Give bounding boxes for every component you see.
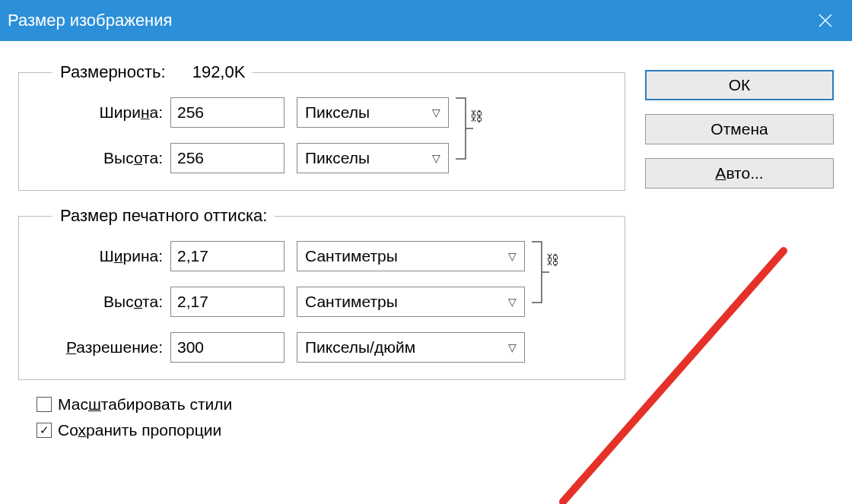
ok-button[interactable]: ОК (645, 70, 834, 100)
print-height-label: Высота: (37, 293, 170, 311)
chevron-down-icon: ▽ (508, 341, 517, 353)
print-width-input[interactable] (170, 241, 285, 271)
auto-button[interactable]: Авто... (645, 158, 834, 189)
resolution-label: Разрешение: (37, 338, 170, 357)
window-title: Размер изображения (8, 11, 172, 30)
chevron-down-icon: ▽ (508, 250, 517, 262)
print-height-input[interactable] (170, 287, 285, 317)
chevron-down-icon: ▽ (508, 296, 517, 308)
width-unit-select[interactable]: Пикселы ▽ (297, 97, 449, 128)
constrain-proportions-label: Сохранить пропорции (58, 421, 221, 439)
link-icon: ⛓ (546, 253, 559, 268)
scale-styles-label: Масштабировать стили (58, 395, 232, 414)
print-size-legend: Размер печатного оттиска: (60, 206, 267, 225)
print-width-unit-select[interactable]: Сантиметры ▽ (297, 241, 525, 271)
constrain-link: ⛓ (449, 82, 494, 173)
constrain-proportions-checkbox[interactable]: ✓ (37, 423, 52, 438)
resolution-unit-select[interactable]: Пикселы/дюйм ▽ (297, 332, 525, 363)
pixel-dimensions-size: 192,0K (192, 62, 246, 82)
close-button[interactable] (799, 0, 852, 41)
print-height-unit-select[interactable]: Сантиметры ▽ (297, 287, 525, 317)
pixel-dimensions-group: Размерность: 192,0K Ширина: Пикселы ▽ (18, 62, 625, 191)
print-size-group: Размер печатного оттиска: Ширина: Сантим… (18, 206, 625, 380)
resolution-input[interactable] (170, 332, 285, 363)
chevron-down-icon: ▽ (432, 152, 440, 164)
pixel-dimensions-legend: Размерность: (60, 62, 166, 82)
scale-styles-checkbox[interactable] (37, 397, 52, 412)
width-input[interactable] (170, 97, 285, 128)
height-label: Высота: (37, 149, 170, 167)
link-icon: ⛓ (470, 109, 483, 125)
print-width-label: Ширина: (37, 247, 170, 265)
height-unit-select[interactable]: Пикселы ▽ (297, 143, 449, 173)
close-icon (819, 14, 832, 27)
titlebar: Размер изображения (0, 0, 852, 41)
width-label: Ширина: (37, 103, 170, 122)
print-constrain-link: ⛓ (525, 226, 571, 317)
height-input[interactable] (170, 143, 285, 173)
chevron-down-icon: ▽ (432, 106, 440, 119)
cancel-button[interactable]: Отмена (645, 114, 834, 144)
